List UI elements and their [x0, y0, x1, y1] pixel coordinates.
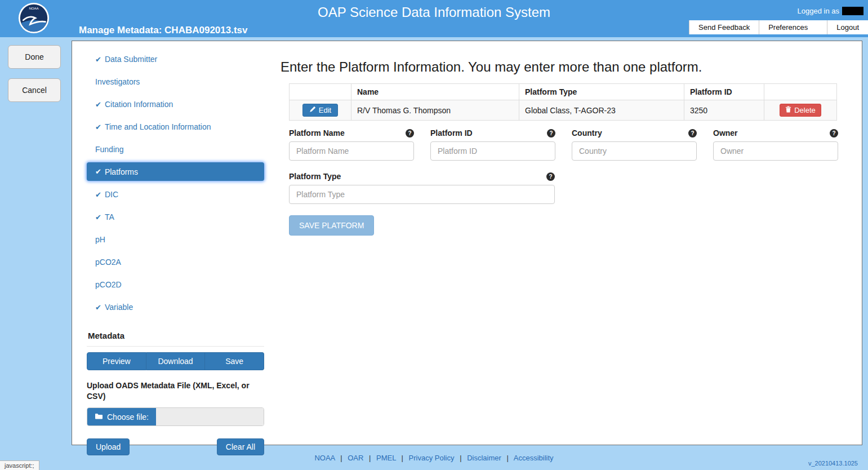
help-icon[interactable]: ?	[547, 129, 555, 138]
platform-type-input[interactable]	[289, 185, 555, 204]
download-button[interactable]: Download	[146, 352, 206, 370]
nav-item-citation-information[interactable]: ✔ Citation Information	[87, 93, 264, 116]
noaa-logo-icon: NOAA	[18, 2, 50, 34]
metadata-heading: Metadata	[87, 331, 264, 340]
nav-item-label: Time and Location Information	[105, 122, 211, 131]
platform-type-field: Platform Type ?	[289, 172, 555, 204]
page: NOAA OAP Science Data Information System…	[0, 0, 868, 470]
logout-button[interactable]: Logout	[827, 20, 868, 34]
save-platform-button[interactable]: SAVE PLATFORM	[289, 215, 374, 236]
nav-item-label: Citation Information	[105, 100, 173, 109]
platform-id-field: Platform ID ?	[430, 128, 555, 161]
upload-actions: Upload Clear All	[87, 438, 264, 455]
platform-id-label: Platform ID	[430, 128, 473, 138]
platform-fields-row: Platform Name ? Platform ID ? Country	[289, 128, 838, 161]
table-header-row: Name Platform Type Platform ID	[290, 84, 837, 100]
trash-icon	[785, 106, 791, 114]
choose-file-button[interactable]: Choose file:	[87, 408, 156, 425]
nav-item-data-submitter[interactable]: ✔ Data Submitter	[87, 48, 264, 70]
app-title: OAP Science Data Information System	[318, 5, 550, 20]
name-column-header: Name	[351, 84, 519, 100]
delete-button-label: Delete	[794, 106, 816, 114]
footer-link-noaa[interactable]: NOAA	[314, 454, 335, 462]
footer-link-privacy-policy[interactable]: Privacy Policy	[409, 454, 455, 462]
nav-item-label: pH	[95, 235, 105, 244]
upload-section-label: Upload OADS Metadata File (XML, Excel, o…	[87, 380, 264, 402]
nav-item-label: DIC	[105, 190, 118, 199]
nav-item-label: Funding	[95, 145, 124, 154]
footer-link-oar[interactable]: OAR	[348, 454, 363, 462]
check-icon: ✔	[95, 123, 101, 131]
nav-item-investigators[interactable]: Investigators	[87, 70, 264, 93]
footer-link-disclaimer[interactable]: Disclaimer	[467, 454, 501, 462]
metadata-button-group: Preview Download Save	[87, 352, 264, 370]
nav-item-label: pCO2A	[95, 258, 121, 267]
file-name-area[interactable]	[156, 408, 264, 425]
footer-link-accessibility[interactable]: Accessibility	[514, 454, 554, 462]
nav-item-platforms[interactable]: ✔ Platforms	[87, 162, 264, 181]
svg-text:NOAA: NOAA	[29, 7, 39, 10]
preferences-button[interactable]: Preferences	[759, 20, 817, 34]
check-icon: ✔	[95, 190, 101, 199]
platform-name-label: Platform Name	[289, 128, 345, 138]
nav-item-funding[interactable]: Funding	[87, 138, 264, 161]
check-icon: ✔	[95, 213, 101, 221]
separator: |	[402, 454, 403, 462]
separator: |	[460, 454, 461, 462]
delete-column-header	[764, 84, 837, 100]
upload-button[interactable]: Upload	[87, 438, 130, 455]
separator: |	[369, 454, 371, 462]
help-icon[interactable]: ?	[406, 129, 414, 138]
platform-section: Enter the Platform Information. You may …	[289, 41, 838, 236]
nav-item-time-and-location[interactable]: ✔ Time and Location Information	[87, 116, 264, 138]
nav-item-ta[interactable]: ✔ TA	[87, 206, 264, 228]
platform-type-label: Platform Type	[289, 172, 341, 181]
section-heading: Enter the Platform Information. You may …	[281, 59, 838, 75]
footer-link-pmel[interactable]: PMEL	[376, 454, 396, 462]
help-icon[interactable]: ?	[688, 129, 697, 138]
footer-links: NOAA | OAR | PMEL | Privacy Policy | Dis…	[0, 454, 868, 462]
check-icon: ✔	[95, 55, 101, 64]
separator: |	[506, 454, 508, 462]
done-button[interactable]: Done	[8, 45, 61, 69]
nav-item-label: Data Submitter	[105, 55, 157, 64]
platform-name-field: Platform Name ?	[289, 128, 414, 161]
edit-platform-button[interactable]: Edit	[302, 104, 338, 117]
delete-platform-button[interactable]: Delete	[780, 104, 821, 117]
help-icon[interactable]: ?	[546, 172, 555, 181]
nav-item-dic[interactable]: ✔ DIC	[87, 183, 264, 206]
file-picker: Choose file:	[87, 407, 264, 426]
separator: |	[340, 454, 342, 462]
clear-all-button[interactable]: Clear All	[217, 438, 264, 455]
nav-item-variable[interactable]: ✔ Variable	[87, 296, 264, 318]
nav-item-label: TA	[105, 212, 114, 221]
check-icon: ✔	[95, 167, 101, 176]
nav-item-ph[interactable]: pH	[87, 228, 264, 251]
cancel-button[interactable]: Cancel	[8, 78, 61, 102]
nav-item-label: Investigators	[95, 77, 140, 86]
preview-button[interactable]: Preview	[87, 352, 146, 370]
platform-name-input[interactable]	[289, 141, 414, 161]
save-button[interactable]: Save	[205, 352, 264, 370]
platform-id-input[interactable]	[430, 141, 555, 161]
nav-item-pco2d[interactable]: pCO2D	[87, 273, 264, 296]
platform-name-cell: R/V Thomas G. Thompson	[351, 100, 519, 121]
section-nav: ✔ Data Submitter Investigators ✔ Citatio…	[87, 48, 264, 455]
country-label: Country	[572, 128, 602, 138]
folder-icon	[95, 413, 103, 422]
help-icon[interactable]: ?	[830, 129, 838, 138]
check-icon: ✔	[95, 100, 101, 109]
country-input[interactable]	[572, 141, 697, 161]
nav-item-label: Variable	[105, 303, 133, 312]
owner-field: Owner ?	[713, 128, 838, 161]
nav-item-pco2a[interactable]: pCO2A	[87, 251, 264, 273]
choose-file-label: Choose file:	[107, 413, 149, 422]
version-label: v_20210413.1025	[808, 460, 858, 467]
send-feedback-button[interactable]: Send Feedback	[689, 20, 759, 34]
redacted-username	[842, 7, 863, 15]
divider	[87, 346, 264, 347]
edit-button-label: Edit	[319, 106, 331, 114]
edit-column-header	[290, 84, 351, 100]
owner-input[interactable]	[713, 141, 838, 161]
owner-label: Owner	[713, 128, 738, 138]
